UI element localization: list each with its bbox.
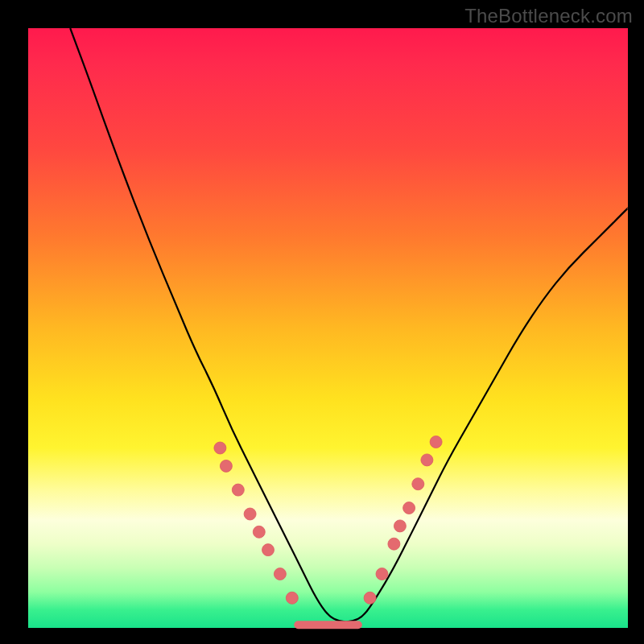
curve-marker xyxy=(286,592,298,604)
curve-marker xyxy=(394,520,406,532)
curve-marker xyxy=(430,436,442,448)
curve-marker xyxy=(232,484,244,496)
curve-marker xyxy=(364,592,376,604)
curve-marker xyxy=(412,478,424,490)
curve-marker xyxy=(421,454,433,466)
watermark-text: TheBottleneck.com xyxy=(464,5,633,27)
bottleneck-curve xyxy=(70,28,628,622)
plot-area xyxy=(28,28,628,628)
chart-frame: TheBottleneck.com xyxy=(0,0,644,644)
curve-marker xyxy=(262,544,275,556)
curve-marker xyxy=(388,538,400,550)
curve-marker xyxy=(244,508,256,520)
curve-marker xyxy=(403,502,415,514)
curve-marker xyxy=(253,526,265,538)
curve-marker xyxy=(214,442,226,454)
curve-marker xyxy=(274,568,286,580)
curve-svg xyxy=(28,28,628,628)
curve-marker xyxy=(376,568,388,580)
curve-marker xyxy=(220,460,232,472)
